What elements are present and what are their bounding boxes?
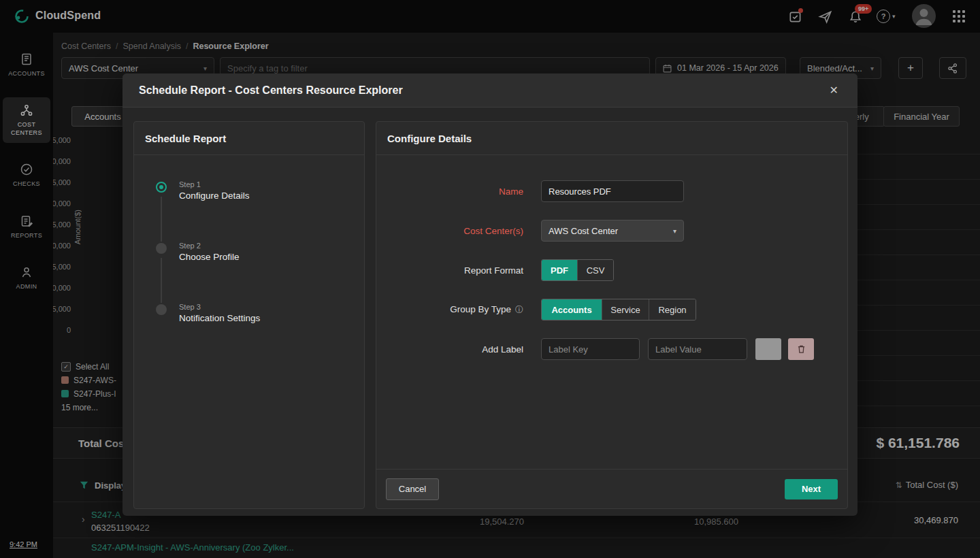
modal-footer: Cancel Next xyxy=(376,469,847,508)
step-idle-icon xyxy=(156,243,167,254)
add-label-label: Add Label xyxy=(376,344,523,355)
group-service-option[interactable]: Service xyxy=(602,299,649,320)
cost-center-label: Cost Center(s) xyxy=(376,226,523,236)
stepper-panel: Schedule Report Step 1 Configure Details… xyxy=(133,121,365,509)
stepper-panel-title: Schedule Report xyxy=(134,122,364,155)
trash-icon xyxy=(796,344,806,355)
format-pdf-option[interactable]: PDF xyxy=(542,260,578,280)
step-idle-icon xyxy=(156,304,167,315)
report-format-label: Report Format xyxy=(376,265,523,276)
delete-label-button[interactable] xyxy=(788,338,814,360)
cost-center-select[interactable]: AWS Cost Center ▾ xyxy=(541,220,684,242)
report-name-input[interactable] xyxy=(541,180,684,202)
cancel-button[interactable]: Cancel xyxy=(386,478,439,500)
step-notification-settings[interactable]: Step 3 Notification Settings xyxy=(156,303,364,364)
label-value-input[interactable] xyxy=(648,338,747,360)
group-by-toggle: Accounts Service Region xyxy=(541,299,696,321)
label-key-input[interactable] xyxy=(541,338,640,360)
close-icon[interactable]: ✕ xyxy=(827,81,841,99)
add-label-row: Add Label xyxy=(376,338,847,360)
next-button[interactable]: Next xyxy=(785,479,838,499)
schedule-report-modal: Schedule Report - Cost Centers Resource … xyxy=(122,73,858,516)
name-row: Name xyxy=(376,180,847,202)
form-panel-title: Configure Details xyxy=(376,122,847,155)
chevron-down-icon: ▾ xyxy=(673,227,676,235)
group-by-row: Group By Typeⓘ Accounts Service Region xyxy=(376,299,847,321)
step-configure-details[interactable]: Step 1 Configure Details xyxy=(156,180,364,242)
configure-details-form: Name Cost Center(s) AWS Cost Center ▾ Re… xyxy=(376,155,847,360)
modal-header: Schedule Report - Cost Centers Resource … xyxy=(122,73,858,108)
group-region-option[interactable]: Region xyxy=(649,299,696,320)
name-label: Name xyxy=(376,186,523,197)
modal-title: Schedule Report - Cost Centers Resource … xyxy=(139,84,403,97)
step-active-icon xyxy=(156,182,167,193)
cloudspend-app: CloudSpend 99+ ? ▾ ACCOUNTS xyxy=(0,0,980,558)
step-choose-profile[interactable]: Step 2 Choose Profile xyxy=(156,242,364,303)
add-label-button[interactable] xyxy=(755,338,781,360)
configure-details-panel: Configure Details Name Cost Center(s) AW… xyxy=(376,121,848,509)
report-format-row: Report Format PDF CSV xyxy=(376,259,847,281)
cost-center-row: Cost Center(s) AWS Cost Center ▾ xyxy=(376,220,847,242)
group-by-label: Group By Typeⓘ xyxy=(376,304,523,316)
format-csv-option[interactable]: CSV xyxy=(578,260,613,280)
report-format-toggle: PDF CSV xyxy=(541,259,614,281)
group-accounts-option[interactable]: Accounts xyxy=(542,299,602,320)
info-icon: ⓘ xyxy=(515,305,523,314)
stepper: Step 1 Configure Details Step 2 Choose P… xyxy=(134,155,364,364)
